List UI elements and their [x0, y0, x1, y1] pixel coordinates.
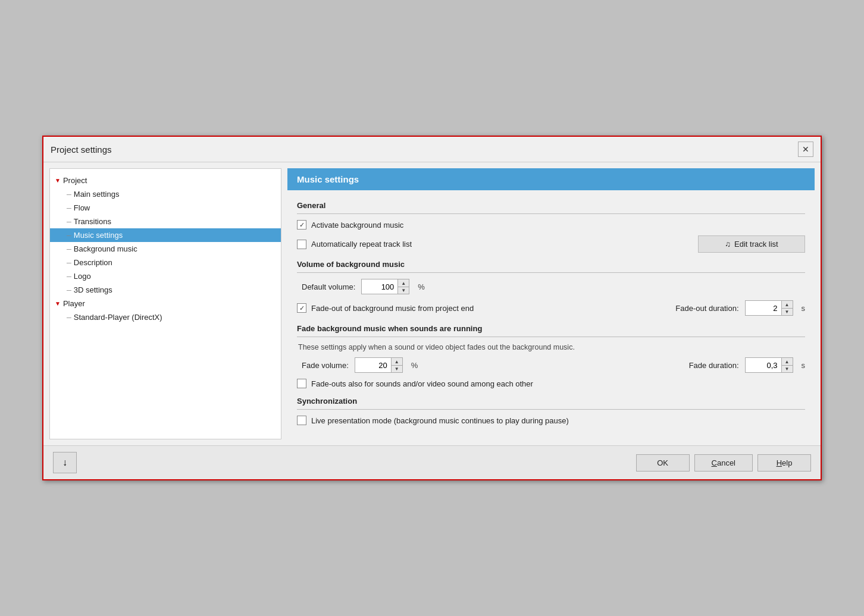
default-volume-unit: %	[418, 282, 425, 291]
activate-music-label: Activate background music	[311, 221, 403, 230]
fade-out-label: Fade-out of background music from projec…	[311, 304, 474, 313]
repeat-track-row: Automatically repeat track list ♫ Edit t…	[297, 235, 805, 253]
fade-duration-input[interactable]	[746, 302, 781, 315]
tree-panel: ▼Project─ Main settings─ Flow─ Transitio…	[49, 168, 281, 439]
activate-music-row: Activate background music	[297, 220, 805, 230]
fade-bg-description: These settings apply when a sound or vid…	[297, 343, 805, 351]
tree-connector: ─	[67, 205, 71, 212]
tree-label-player: Player	[63, 299, 85, 308]
help-underline: Help	[777, 458, 793, 467]
fade-bg-duration-spinbox[interactable]: ▲ ▼	[745, 357, 793, 373]
tree-label-project: Project	[63, 176, 87, 185]
edit-track-label: Edit track list	[734, 240, 778, 249]
tree-connector: ─	[67, 232, 71, 239]
dialog-body: ▼Project─ Main settings─ Flow─ Transitio…	[43, 162, 821, 445]
fade-bg-duration-unit: s	[802, 361, 806, 370]
default-volume-row: Default volume: ▲ ▼ %	[297, 279, 805, 294]
fade-volume-unit: %	[411, 361, 418, 370]
tree-expand-icon: ▼	[55, 177, 61, 184]
general-section-title: General	[297, 201, 805, 210]
fade-volume-down[interactable]: ▼	[392, 365, 402, 372]
live-mode-checkbox[interactable]	[297, 416, 306, 425]
download-icon: ↓	[62, 457, 67, 468]
tree-item-flow[interactable]: ─ Flow	[50, 201, 281, 215]
tree-label-background-music: Background music	[74, 244, 137, 253]
fade-bg-duration-label: Fade duration:	[689, 361, 739, 370]
tree-item-logo[interactable]: ─ Logo	[50, 269, 281, 283]
activate-music-checkbox[interactable]	[297, 220, 306, 230]
fade-bg-duration-input[interactable]	[746, 359, 781, 372]
fade-duration-down[interactable]: ▼	[782, 308, 793, 315]
fade-bg-section-title: Fade background music when sounds are ru…	[297, 324, 805, 333]
live-mode-row: Live presentation mode (background music…	[297, 416, 805, 425]
fade-duration-arrows: ▲ ▼	[781, 301, 793, 315]
tree-expand-icon: ▼	[55, 300, 61, 307]
repeat-track-checkbox[interactable]	[297, 240, 306, 249]
volume-divider	[297, 272, 805, 273]
fade-volume-arrows: ▲ ▼	[391, 358, 402, 372]
live-mode-checkbox-row: Live presentation mode (background music…	[297, 416, 569, 425]
fade-also-checkbox-row: Fade-outs also for sounds and/or video s…	[297, 379, 533, 388]
fade-also-checkbox[interactable]	[297, 379, 306, 388]
download-button[interactable]: ↓	[53, 452, 77, 473]
tree-label-music-settings: Music settings	[74, 231, 123, 240]
content-inner: General Activate background music Automa…	[287, 190, 815, 439]
tree-connector: ─	[67, 191, 71, 198]
tree-item-main-settings[interactable]: ─ Main settings	[50, 187, 281, 201]
project-settings-dialog: Project settings ✕ ▼Project─ Main settin…	[42, 136, 822, 480]
fade-volume-input[interactable]	[355, 359, 391, 372]
content-panel: Music settings General Activate backgrou…	[287, 168, 815, 439]
fade-volume-row: Fade volume: ▲ ▼ % Fade duration:	[297, 357, 805, 373]
tree-connector: ─	[67, 273, 71, 280]
tree-connector: ─	[67, 314, 71, 321]
fade-bg-duration-down[interactable]: ▼	[782, 365, 793, 372]
default-volume-input[interactable]	[362, 281, 397, 293]
fade-bg-section: Fade background music when sounds are ru…	[297, 324, 805, 388]
dialog-title: Project settings	[51, 144, 112, 155]
default-volume-arrows: ▲ ▼	[397, 279, 409, 294]
fade-also-label: Fade-outs also for sounds and/or video s…	[311, 379, 533, 388]
fade-volume-spinbox[interactable]: ▲ ▼	[355, 357, 403, 373]
default-volume-up[interactable]: ▲	[398, 279, 409, 287]
ok-button[interactable]: OK	[636, 454, 690, 472]
sync-divider	[297, 409, 805, 410]
tree-item-project[interactable]: ▼Project	[50, 174, 281, 187]
edit-track-icon: ♫	[725, 240, 731, 249]
fade-also-row: Fade-outs also for sounds and/or video s…	[297, 379, 805, 388]
fade-duration-spinbox[interactable]: ▲ ▼	[745, 300, 793, 316]
tree-connector: ─	[67, 218, 71, 225]
volume-section: Volume of background music Default volum…	[297, 260, 805, 316]
fade-bg-duration-up[interactable]: ▲	[782, 358, 793, 365]
fade-duration-unit: s	[802, 304, 806, 313]
tree-item-music-settings[interactable]: ─ Music settings	[50, 228, 281, 242]
fade-volume-up[interactable]: ▲	[392, 358, 402, 365]
default-volume-spinbox[interactable]: ▲ ▼	[361, 279, 409, 294]
tree-item-player[interactable]: ▼Player	[50, 297, 281, 310]
content-header: Music settings	[287, 168, 815, 190]
tree-item-description[interactable]: ─ Description	[50, 256, 281, 269]
cancel-button[interactable]: Cancel	[694, 454, 753, 472]
fade-duration-label: Fade-out duration:	[675, 304, 738, 313]
edit-track-button[interactable]: ♫ Edit track list	[698, 235, 805, 253]
repeat-track-checkbox-row: Automatically repeat track list	[297, 240, 412, 249]
sync-section-title: Synchronization	[297, 397, 805, 406]
tree-label-transitions: Transitions	[74, 217, 111, 226]
close-button[interactable]: ✕	[798, 142, 813, 157]
tree-connector: ─	[67, 246, 71, 253]
dialog-footer: ↓ OK Cancel Help	[43, 445, 821, 479]
help-button[interactable]: Help	[757, 454, 811, 472]
tree-item-3d-settings[interactable]: ─ 3D settings	[50, 283, 281, 297]
sync-section: Synchronization Live presentation mode (…	[297, 397, 805, 425]
tree-item-transitions[interactable]: ─ Transitions	[50, 215, 281, 228]
cancel-underline: Cancel	[712, 458, 735, 467]
fade-volume-label: Fade volume:	[297, 361, 349, 370]
fade-duration-up[interactable]: ▲	[782, 301, 793, 308]
tree-item-background-music[interactable]: ─ Background music	[50, 242, 281, 256]
tree-label-flow: Flow	[74, 203, 90, 212]
default-volume-down[interactable]: ▼	[398, 287, 409, 294]
tree-item-standard-player[interactable]: ─ Standard-Player (DirectX)	[50, 310, 281, 324]
fade-out-checkbox[interactable]	[297, 303, 306, 313]
fade-bg-divider	[297, 337, 805, 337]
activate-music-checkbox-row: Activate background music	[297, 220, 403, 230]
default-volume-label: Default volume:	[297, 282, 355, 291]
